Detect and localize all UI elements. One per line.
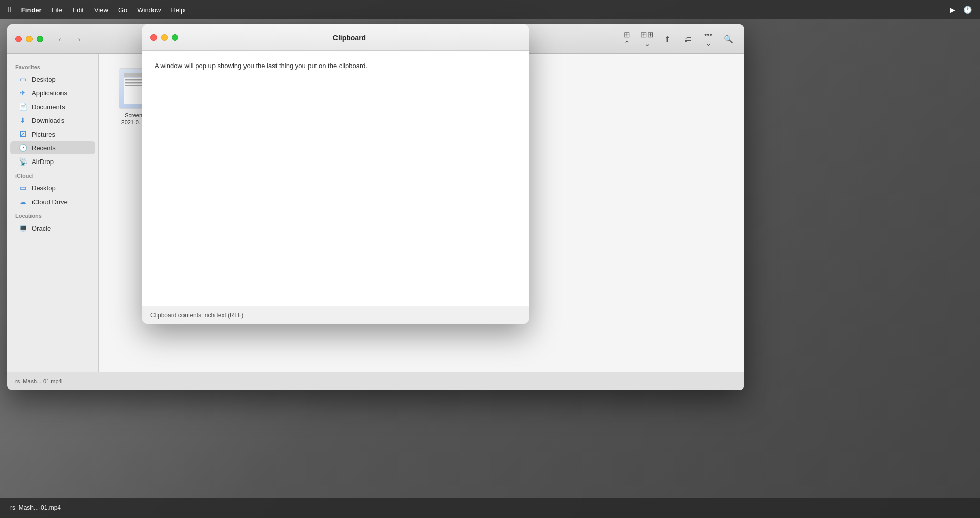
menubar:  Finder File Edit View Go Window Help ▶… xyxy=(0,0,980,19)
status-bottom-bar: rs_Mash...-01.mp4 xyxy=(0,498,980,518)
airdrop-icon: 📡 xyxy=(18,157,27,166)
icloud-desktop-icon: ▭ xyxy=(18,184,27,192)
oracle-icon: 💻 xyxy=(18,224,27,232)
share-button[interactable]: ⬆ xyxy=(660,32,675,46)
sidebar-item-icloud-desktop[interactable]: ▭ Desktop xyxy=(10,181,95,195)
clipboard-window: Clipboard A window will pop up showing y… xyxy=(142,24,529,324)
clipboard-fullscreen-button[interactable] xyxy=(172,34,178,41)
menubar-edit[interactable]: Edit xyxy=(69,4,88,16)
downloads-icon: ⬇ xyxy=(18,116,27,124)
menubar-app-name[interactable]: Finder xyxy=(17,4,46,16)
sidebar-item-recents[interactable]: 🕐 Recents xyxy=(10,141,95,154)
search-button[interactable]: 🔍 xyxy=(721,32,736,46)
minimize-button[interactable] xyxy=(26,36,33,42)
sidebar-item-label: Documents xyxy=(32,103,65,111)
menubar-view[interactable]: View xyxy=(90,4,112,16)
view-gallery-button[interactable]: ⊞⊞ ⌄ xyxy=(639,32,655,46)
sidebar-item-label: Desktop xyxy=(32,76,56,83)
clipboard-footer-text: Clipboard contents: rich text (RTF) xyxy=(150,312,243,319)
traffic-lights xyxy=(15,36,43,42)
menubar-go[interactable]: Go xyxy=(114,4,131,16)
play-icon[interactable]: ▶ xyxy=(950,6,955,14)
clipboard-close-button[interactable] xyxy=(150,34,157,41)
bottom-bar-text: rs_Mash...-01.mp4 xyxy=(15,378,62,384)
clipboard-description: A window will pop up showing you the las… xyxy=(155,61,516,71)
clipboard-title: Clipboard xyxy=(178,34,520,42)
clipboard-body: A window will pop up showing you the las… xyxy=(142,51,529,306)
sidebar-item-label: Desktop xyxy=(32,184,56,192)
clipboard-titlebar: Clipboard xyxy=(142,24,529,51)
pictures-icon: 🖼 xyxy=(18,130,27,138)
menubar-file[interactable]: File xyxy=(48,4,67,16)
sidebar-item-label: Oracle xyxy=(32,224,51,232)
icloud-section-label: iCloud xyxy=(7,169,98,181)
menubar-help[interactable]: Help xyxy=(167,4,189,16)
icloud-drive-icon: ☁ xyxy=(18,198,27,206)
status-bottom-text: rs_Mash...-01.mp4 xyxy=(10,504,61,511)
recents-icon: 🕐 xyxy=(18,144,27,152)
back-button[interactable]: ‹ xyxy=(53,33,67,46)
documents-icon: 📄 xyxy=(18,103,27,111)
sidebar-item-downloads[interactable]: ⬇ Downloads xyxy=(10,114,95,127)
apple-menu-icon[interactable]:  xyxy=(8,5,11,14)
sidebar-item-pictures[interactable]: 🖼 Pictures xyxy=(10,127,95,141)
applications-icon: ✈ xyxy=(18,89,27,97)
sidebar: Favorites ▭ Desktop ✈ Applications 📄 Doc… xyxy=(7,54,99,372)
locations-section-label: Locations xyxy=(7,209,98,221)
favorites-section-label: Favorites xyxy=(7,60,98,72)
sidebar-item-label: iCloud Drive xyxy=(32,198,68,206)
sidebar-item-label: Recents xyxy=(32,144,56,152)
desktop-icon: ▭ xyxy=(18,75,27,83)
toolbar-right-controls: ⊞ ⌃ ⊞⊞ ⌄ ⬆ 🏷 ••• ⌄ 🔍 xyxy=(619,32,736,46)
sidebar-item-label: AirDrop xyxy=(32,158,54,166)
clipboard-traffic-lights xyxy=(150,34,178,41)
tag-button[interactable]: 🏷 xyxy=(680,32,695,46)
sidebar-item-label: Downloads xyxy=(32,117,64,124)
fullscreen-button[interactable] xyxy=(37,36,43,42)
sidebar-item-icloud-drive[interactable]: ☁ iCloud Drive xyxy=(10,195,95,208)
view-icons-button[interactable]: ⊞ ⌃ xyxy=(619,32,634,46)
more-options-button[interactable]: ••• ⌄ xyxy=(700,32,716,46)
menubar-window[interactable]: Window xyxy=(133,4,165,16)
clipboard-footer: Clipboard contents: rich text (RTF) xyxy=(142,306,529,324)
close-button[interactable] xyxy=(15,36,22,42)
sidebar-item-oracle[interactable]: 💻 Oracle xyxy=(10,221,95,235)
sidebar-item-label: Applications xyxy=(32,89,67,97)
sidebar-item-applications[interactable]: ✈ Applications xyxy=(10,86,95,100)
clipboard-minimize-button[interactable] xyxy=(161,34,168,41)
finder-bottom-bar: rs_Mash...-01.mp4 xyxy=(7,372,744,390)
sidebar-item-documents[interactable]: 📄 Documents xyxy=(10,100,95,113)
clock-icon[interactable]: 🕐 xyxy=(963,6,972,14)
menubar-right-icons: ▶ 🕐 xyxy=(950,6,972,14)
sidebar-item-airdrop[interactable]: 📡 AirDrop xyxy=(10,155,95,168)
sidebar-item-desktop[interactable]: ▭ Desktop xyxy=(10,73,95,86)
forward-button[interactable]: › xyxy=(73,33,86,46)
sidebar-item-label: Pictures xyxy=(32,131,55,138)
